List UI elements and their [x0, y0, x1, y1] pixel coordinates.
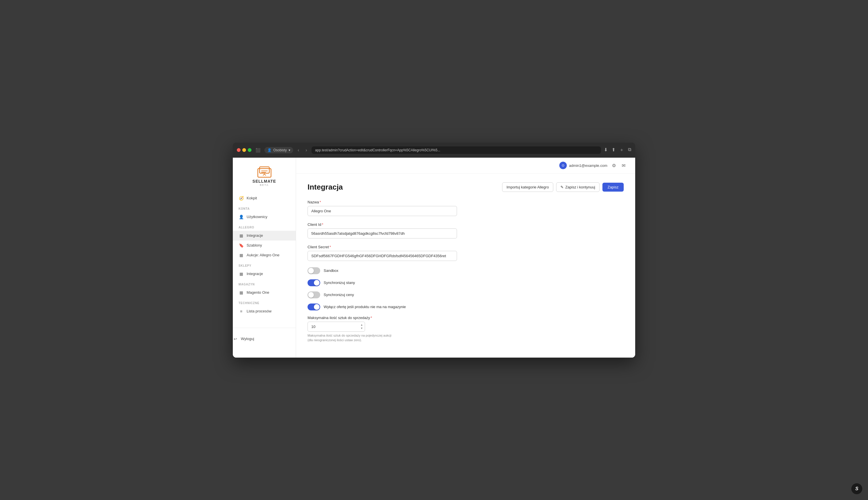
section-label-techniczne: TECHNICZNE — [233, 297, 296, 306]
new-tab-icon[interactable]: ＋ — [619, 147, 624, 153]
traffic-lights — [237, 148, 251, 152]
client-secret-field-group: Client Secret* — [307, 245, 624, 261]
avatar-icon: ⊙ — [562, 163, 564, 168]
edit-icon: ✎ — [561, 185, 564, 189]
sidebar-item-label: Użytkownicy — [247, 215, 267, 219]
sidebar-item-integracje-allegro[interactable]: ▦ Integracje — [233, 231, 296, 240]
chevron-down-icon: ▾ — [289, 148, 290, 152]
nazwa-input[interactable] — [307, 206, 457, 216]
sync-ceny-toggle-row: Synchronizuj ceny — [307, 292, 624, 298]
share-icon[interactable]: ⬆ — [612, 147, 615, 153]
sidebar-item-integracje-sklepy[interactable]: ▦ Integracje — [233, 269, 296, 279]
section-label-allegro: ALLEGRO — [233, 222, 296, 231]
sync-stany-label: Synchronizuj stany — [324, 281, 355, 285]
section-label-magazyn: MAGAZYN — [233, 279, 296, 288]
sandbox-label: Sandbox — [324, 269, 338, 273]
browser-chrome: ⬛ 👤 Osobisty ▾ ‹ › app.test/admin?crudAc… — [233, 143, 635, 158]
toggle-knob — [308, 268, 314, 274]
user-info: ⊙ admin1@example.com — [559, 162, 607, 169]
back-button[interactable]: ‹ — [296, 147, 301, 154]
sidebar-item-wyloguj[interactable]: ↩ Wyloguj — [233, 331, 296, 341]
client-id-field-group: Client Id* — [307, 223, 624, 238]
import-button[interactable]: Importuj kategorie Allegro — [502, 182, 553, 192]
main-content: ⊙ admin1@example.com ⚙ ✉ Integracja Impo… — [296, 158, 635, 357]
address-bar[interactable]: app.test/admin?crudAction=edit&crudContr… — [312, 146, 601, 154]
sidebar-item-label: Kokpit — [247, 196, 257, 200]
wylacz-oferte-toggle-row: Wyłącz ofertę jeśli produktu nie ma na m… — [307, 304, 624, 310]
profile-icon: 👤 — [267, 148, 272, 152]
sidebar-toggle-button[interactable]: ⬛ — [254, 147, 261, 154]
required-indicator: * — [322, 223, 323, 227]
nazwa-label: Nazwa* — [307, 200, 624, 204]
sidebar-item-label: Szablony — [247, 243, 262, 247]
client-id-label: Client Id* — [307, 223, 624, 227]
sidebar-item-label: Integracje — [247, 233, 263, 238]
sync-ceny-label: Synchronizuj ceny — [324, 293, 354, 297]
sidebar-item-lista-procesow[interactable]: ≡ Lista procesów — [233, 306, 296, 316]
user-email: admin1@example.com — [569, 163, 607, 168]
profile-pill[interactable]: 👤 Osobisty ▾ — [265, 147, 293, 154]
wylacz-oferte-toggle[interactable] — [307, 304, 320, 310]
page-header: Integracja Importuj kategorie Allegro ✎ … — [307, 182, 624, 192]
logout-icon: ↩ — [233, 337, 238, 341]
browser-actions: ⬇ ⬆ ＋ ⧉ — [604, 147, 631, 153]
section-label-sklepy: SKLEPY — [233, 260, 296, 269]
client-secret-label: Client Secret* — [307, 245, 624, 249]
forward-button[interactable]: › — [304, 147, 309, 154]
browser-window: ⬛ 👤 Osobisty ▾ ‹ › app.test/admin?crudAc… — [233, 143, 635, 357]
sync-ceny-toggle[interactable] — [307, 292, 320, 298]
page-content: Integracja Importuj kategorie Allegro ✎ … — [296, 174, 635, 357]
sidebar-item-uzytkownicy[interactable]: 👤 Użytkownicy — [233, 212, 296, 222]
required-indicator: * — [320, 200, 321, 204]
toggle-knob — [314, 304, 320, 310]
client-id-input[interactable] — [307, 228, 457, 238]
save-button[interactable]: Zapisz — [602, 183, 624, 192]
logo-beta: BETA — [260, 183, 269, 186]
mail-button[interactable]: ✉ — [621, 162, 626, 169]
shop-grid-icon: ▦ — [238, 272, 244, 276]
toggle-knob — [314, 280, 320, 286]
header-actions: Importuj kategorie Allegro ✎ Zapisz i ko… — [502, 182, 624, 192]
sandbox-toggle-row: Sandbox — [307, 267, 624, 274]
required-indicator: * — [371, 316, 372, 320]
nazwa-field-group: Nazwa* — [307, 200, 624, 216]
sidebar-item-label: Wyloguj — [241, 337, 254, 341]
page-title: Integracja — [307, 183, 343, 192]
wylacz-oferte-label: Wyłącz ofertę jeśli produktu nie ma na m… — [324, 305, 406, 309]
close-button[interactable] — [237, 148, 241, 152]
symfony-badge[interactable]: S — [851, 483, 862, 494]
user-icon: 👤 — [238, 215, 244, 219]
max-ilosc-input[interactable] — [307, 322, 365, 332]
list-icon: ▦ — [238, 253, 244, 258]
save-continue-label: Zapisz i kontynuuj — [565, 185, 595, 189]
number-spinners: ▲ ▼ — [360, 323, 363, 330]
url-text: app.test/admin?crudAction=edit&crudContr… — [315, 148, 440, 152]
sidebar-item-label: Integracje — [247, 272, 263, 276]
sidebar: SELLMATE BETA 🧭 Kokpit KONTA 👤 Użytkowni… — [233, 158, 296, 357]
settings-button[interactable]: ⚙ — [611, 162, 617, 169]
symfony-icon: S — [855, 486, 858, 491]
sidebar-item-label: Aukcje: Allegro One — [247, 253, 279, 257]
sandbox-toggle[interactable] — [307, 267, 320, 274]
sidebar-item-aukcje[interactable]: ▦ Aukcje: Allegro One — [233, 250, 296, 260]
profile-label: Osobisty — [273, 148, 287, 152]
sidebar-item-kokpit[interactable]: 🧭 Kokpit — [233, 193, 296, 203]
minimize-button[interactable] — [242, 148, 246, 152]
maximize-button[interactable] — [248, 148, 251, 152]
process-icon: ≡ — [238, 309, 244, 314]
logo-area: SELLMATE BETA — [233, 163, 296, 193]
toggle-knob — [308, 292, 314, 298]
sync-stany-toggle[interactable] — [307, 279, 320, 286]
sidebar-item-magento[interactable]: ▦ Magento One — [233, 288, 296, 297]
client-secret-input[interactable] — [307, 251, 457, 261]
spinner-up[interactable]: ▲ — [360, 323, 363, 327]
max-ilosc-input-wrap: ▲ ▼ — [307, 322, 365, 332]
tabs-icon[interactable]: ⧉ — [628, 147, 631, 153]
max-ilosc-hint: Maksymalna ilość sztuk do sprzedaży na p… — [307, 333, 394, 343]
user-avatar: ⊙ — [559, 162, 567, 169]
spinner-down[interactable]: ▼ — [360, 327, 363, 330]
save-continue-button[interactable]: ✎ Zapisz i kontynuuj — [556, 182, 600, 192]
download-icon[interactable]: ⬇ — [604, 147, 608, 153]
sidebar-item-label: Lista procesów — [247, 309, 272, 313]
sidebar-item-szablony[interactable]: 🔖 Szablony — [233, 240, 296, 250]
